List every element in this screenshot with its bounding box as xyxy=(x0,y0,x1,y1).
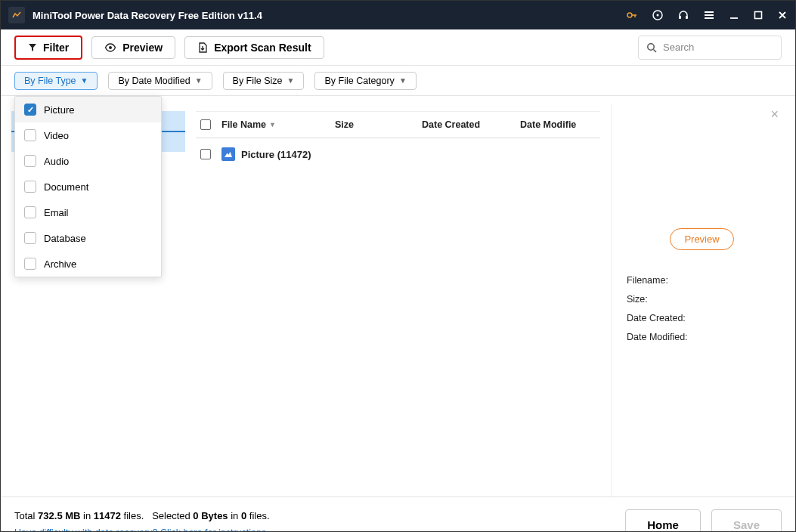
chevron-down-icon: ▼ xyxy=(287,76,295,85)
export-button[interactable]: Export Scan Result xyxy=(184,36,324,59)
chevron-down-icon: ▼ xyxy=(399,76,407,85)
dropdown-item-video[interactable]: Video xyxy=(15,122,161,148)
col-date-created[interactable]: Date Created xyxy=(422,119,520,130)
home-button[interactable]: Home xyxy=(625,509,701,532)
minimize-icon[interactable] xyxy=(729,10,739,20)
col-date-modified[interactable]: Date Modifie xyxy=(520,119,596,130)
checkbox-icon[interactable] xyxy=(24,104,36,116)
svg-rect-4 xyxy=(679,16,681,19)
save-button[interactable]: Save xyxy=(711,509,782,532)
dropdown-item-database[interactable]: Database xyxy=(15,225,161,251)
svg-rect-5 xyxy=(686,16,688,19)
col-size[interactable]: Size xyxy=(335,119,422,130)
headset-icon[interactable] xyxy=(677,9,689,21)
dropdown-item-archive[interactable]: Archive xyxy=(15,251,161,277)
chip-by-file-size[interactable]: By File Size▼ xyxy=(223,72,305,90)
menu-icon[interactable] xyxy=(703,9,715,21)
svg-point-8 xyxy=(648,43,654,49)
meta-filename: Filename: xyxy=(627,271,777,290)
chip-by-date-modified[interactable]: By Date Modified▼ xyxy=(108,72,212,90)
col-file-name[interactable]: File Name ▼ xyxy=(221,119,335,130)
meta-size: Size: xyxy=(627,290,777,309)
search-icon xyxy=(646,42,657,53)
svg-point-1 xyxy=(627,13,632,17)
picture-folder-icon xyxy=(221,147,235,161)
select-all-checkbox[interactable] xyxy=(200,119,211,130)
checkbox-icon[interactable] xyxy=(24,129,36,141)
row-label: Picture (11472) xyxy=(241,149,311,160)
table-row[interactable]: Picture (11472) xyxy=(196,138,600,170)
key-icon[interactable] xyxy=(626,9,638,21)
chip-by-file-type[interactable]: By File Type▼ xyxy=(14,72,98,90)
sort-desc-icon: ▼ xyxy=(269,121,276,128)
meta-date-modified: Date Modified: xyxy=(627,328,777,347)
dropdown-item-audio[interactable]: Audio xyxy=(15,148,161,174)
meta-date-created: Date Created: xyxy=(627,309,777,328)
disc-icon[interactable] xyxy=(652,9,664,21)
app-title: MiniTool Power Data Recovery Free Editio… xyxy=(33,10,626,21)
checkbox-icon[interactable] xyxy=(24,258,36,270)
checkbox-icon[interactable] xyxy=(24,232,36,244)
close-icon[interactable] xyxy=(777,10,788,20)
dropdown-item-picture[interactable]: Picture xyxy=(15,97,161,122)
help-link[interactable]: Have difficulty with data recovery? Clic… xyxy=(14,527,269,532)
preview-button[interactable]: Preview xyxy=(91,36,175,59)
preview-file-button[interactable]: Preview xyxy=(670,228,733,250)
dropdown-item-email[interactable]: Email xyxy=(15,200,161,225)
checkbox-icon[interactable] xyxy=(24,181,36,193)
app-logo-icon xyxy=(8,7,25,23)
file-list-panel: File Name ▼ Size Date Created Date Modif… xyxy=(196,111,600,496)
eye-icon xyxy=(104,43,116,52)
search-input[interactable]: Search xyxy=(638,36,782,60)
svg-rect-6 xyxy=(755,12,762,19)
checkbox-icon[interactable] xyxy=(24,155,36,167)
maximize-icon[interactable] xyxy=(753,10,763,20)
checkbox-icon[interactable] xyxy=(24,206,36,218)
file-type-dropdown: Picture Video Audio Document Email Datab… xyxy=(14,96,162,277)
funnel-icon xyxy=(28,43,37,52)
filter-button[interactable]: Filter xyxy=(14,36,82,60)
chip-by-file-category[interactable]: By File Category▼ xyxy=(314,72,416,90)
export-icon xyxy=(197,42,208,53)
row-checkbox[interactable] xyxy=(200,149,211,159)
preview-panel: × Preview Filename: Size: Date Created: … xyxy=(611,104,785,496)
close-panel-icon[interactable]: × xyxy=(770,107,779,122)
status-totals: Total 732.5 MB in 11472 files. Selected … xyxy=(14,508,270,524)
chevron-down-icon: ▼ xyxy=(81,76,88,85)
svg-point-3 xyxy=(657,14,659,17)
chevron-down-icon: ▼ xyxy=(195,76,203,85)
table-header: File Name ▼ Size Date Created Date Modif… xyxy=(196,112,600,138)
dropdown-item-document[interactable]: Document xyxy=(15,174,161,200)
svg-point-7 xyxy=(109,46,112,49)
